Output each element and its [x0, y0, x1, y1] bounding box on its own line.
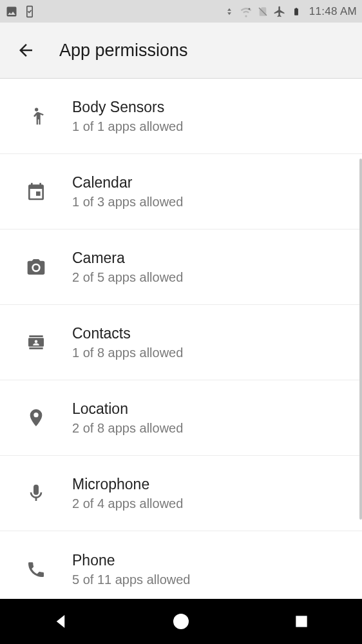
- no-sim-icon: [256, 5, 269, 18]
- device-notification-icon: [23, 5, 36, 18]
- nav-recents-icon: [293, 613, 310, 630]
- image-notification-icon: [5, 5, 18, 18]
- page-title: App permissions: [59, 41, 188, 61]
- permission-title: Contacts: [72, 324, 183, 343]
- permission-title: Calendar: [72, 173, 183, 192]
- permission-row-microphone[interactable]: Microphone 2 of 4 apps allowed: [0, 456, 362, 531]
- svg-point-1: [35, 108, 38, 112]
- contacts-icon: [0, 332, 72, 353]
- permission-row-location[interactable]: Location 2 of 8 apps allowed: [0, 380, 362, 456]
- permissions-list: Body Sensors 1 of 1 apps allowed Calenda…: [0, 79, 362, 599]
- phone-icon: [0, 559, 72, 580]
- wifi-off-icon: [240, 5, 252, 18]
- navigation-bar: [0, 599, 362, 644]
- svg-point-2: [173, 614, 189, 629]
- permission-subtitle: 1 of 8 apps allowed: [72, 346, 183, 360]
- back-button[interactable]: [8, 32, 44, 68]
- permission-title: Phone: [72, 551, 190, 570]
- location-icon: [0, 407, 72, 428]
- permission-title: Camera: [72, 249, 183, 268]
- permission-subtitle: 2 of 8 apps allowed: [72, 421, 183, 436]
- camera-icon: [0, 257, 72, 277]
- nav-back-button[interactable]: [22, 599, 99, 644]
- scroll-indicator: [359, 159, 362, 520]
- permission-row-body-sensors[interactable]: Body Sensors 1 of 1 apps allowed: [0, 79, 362, 154]
- permission-row-contacts[interactable]: Contacts 1 of 8 apps allowed: [0, 305, 362, 380]
- permission-subtitle: 2 of 5 apps allowed: [72, 270, 183, 285]
- permission-title: Microphone: [72, 475, 183, 494]
- permission-title: Body Sensors: [72, 98, 183, 117]
- permission-row-phone[interactable]: Phone 5 of 11 apps allowed: [0, 531, 362, 599]
- calendar-icon: [0, 181, 72, 202]
- statusbar-left: [5, 5, 36, 18]
- app-bar: App permissions: [0, 23, 362, 79]
- permission-title: Location: [72, 400, 183, 418]
- permission-row-camera[interactable]: Camera 2 of 5 apps allowed: [0, 229, 362, 305]
- svg-rect-3: [296, 616, 307, 627]
- permission-subtitle: 2 of 4 apps allowed: [72, 496, 183, 511]
- permission-row-calendar[interactable]: Calendar 1 of 3 apps allowed: [0, 154, 362, 229]
- arrow-back-icon: [16, 41, 35, 60]
- permission-subtitle: 5 of 11 apps allowed: [72, 572, 190, 587]
- body-sensors-icon: [0, 106, 72, 126]
- nav-home-button[interactable]: [142, 599, 220, 644]
- nav-recents-button[interactable]: [263, 599, 340, 644]
- statusbar-right: 11:48 AM: [223, 5, 357, 18]
- nav-back-icon: [51, 612, 70, 631]
- data-sync-icon: [223, 5, 236, 18]
- permission-subtitle: 1 of 3 apps allowed: [72, 195, 183, 210]
- nav-home-icon: [171, 611, 191, 632]
- permission-subtitle: 1 of 1 apps allowed: [72, 119, 183, 134]
- statusbar-time: 11:48 AM: [309, 5, 357, 18]
- battery-icon: [290, 5, 303, 18]
- status-bar: 11:48 AM: [0, 0, 362, 23]
- microphone-icon: [0, 483, 72, 503]
- airplane-mode-icon: [273, 5, 286, 18]
